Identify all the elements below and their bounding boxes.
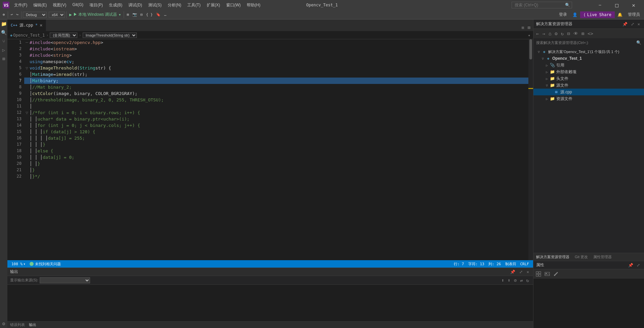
sol-tab-git[interactable]: Git 更改 xyxy=(572,253,591,261)
output-content[interactable] xyxy=(7,285,533,321)
search-sol-icon[interactable]: 🔍 xyxy=(636,40,641,45)
split-editor-button[interactable]: ⊞ xyxy=(526,24,532,31)
tree-header-files[interactable]: ▷ 📁 头文件 xyxy=(533,75,644,82)
redo-button[interactable]: ↪ xyxy=(15,12,20,17)
status-col-char[interactable]: 字符: 13 xyxy=(467,260,486,268)
output-source-dropdown[interactable] xyxy=(40,277,90,283)
status-row[interactable]: 行: 7 xyxy=(452,260,466,268)
prop-float-button[interactable]: ⤢ xyxy=(635,262,641,268)
source-expand[interactable]: ▽ xyxy=(545,84,549,87)
fold-1[interactable]: ─ xyxy=(26,39,30,46)
code-content[interactable]: ─ #include<opencv2/opencv.hpp> #include<… xyxy=(24,39,528,260)
sol-float-button[interactable]: ⤢ xyxy=(630,21,636,27)
fold-5[interactable]: ▽ xyxy=(26,65,30,71)
sol-close-button[interactable]: ✕ xyxy=(636,21,641,27)
sol-tab-explorer[interactable]: 解决方案资源管理器 xyxy=(533,253,572,261)
solution-expand[interactable]: ▽ xyxy=(537,50,541,54)
explorer-icon[interactable]: 📁 xyxy=(1,21,7,27)
tree-source-files[interactable]: ▽ 📁 源文件 xyxy=(533,82,644,89)
menu-edit[interactable]: 编辑(E) xyxy=(31,2,49,9)
bookmark-button[interactable]: ⊞ xyxy=(125,12,130,17)
git-icon[interactable]: ⑂ xyxy=(1,38,7,44)
project-expand[interactable]: ▽ xyxy=(541,57,545,60)
breadcrumb-scope-dropdown[interactable]: (全局范围) xyxy=(50,33,77,38)
new-project-button[interactable]: ⊕ xyxy=(1,12,6,17)
debug-config-dropdown[interactable]: Debug Release xyxy=(23,12,47,18)
search-activity-icon[interactable]: 🔍 xyxy=(1,30,7,36)
prop-pin-button[interactable]: 📌 xyxy=(627,262,635,268)
output-wrap-button[interactable]: ⇌ xyxy=(519,277,524,284)
maximize-button[interactable]: □ xyxy=(609,0,625,10)
header-expand[interactable]: ▷ xyxy=(545,77,549,81)
prop-wrench-button[interactable] xyxy=(552,270,560,278)
code-button[interactable]: { } xyxy=(145,12,154,17)
menu-file[interactable]: 文件(F) xyxy=(11,2,30,9)
bookmark2-button[interactable]: 🔖 xyxy=(155,12,162,17)
undo-button[interactable]: ↩ xyxy=(9,12,14,17)
menu-debug[interactable]: 调试(D) xyxy=(126,2,145,9)
menu-git[interactable]: Git(G) xyxy=(70,2,86,9)
run-dropdown-icon[interactable]: ▾ xyxy=(118,12,121,17)
sol-back-button[interactable]: ← xyxy=(535,30,540,37)
sol-pin-button[interactable]: 📌 xyxy=(621,21,629,27)
settings-activity-icon[interactable]: ⚙ xyxy=(1,321,7,327)
tree-solution-root[interactable]: ▽ ◈ 解决方案'Opencv_Test_1'(1 个项目/共 1 个) xyxy=(533,48,644,55)
status-no-issue[interactable]: 未找到相关问题 xyxy=(30,262,61,267)
tab-source-cpp[interactable]: C++ 源.cpp * × xyxy=(7,19,46,31)
platform-dropdown[interactable]: x64 x86 xyxy=(49,12,65,18)
login-button[interactable]: 登录 xyxy=(556,11,570,18)
breadcrumb-expand-icon[interactable]: ✦ xyxy=(528,33,530,38)
menu-help[interactable]: 帮助(H) xyxy=(244,2,263,9)
sol-collapse-button[interactable]: ⊟ xyxy=(566,30,571,37)
title-search-input[interactable] xyxy=(512,2,572,8)
fold-12[interactable]: ▽ xyxy=(26,109,30,116)
output-down-button[interactable]: ⬇ xyxy=(506,277,512,284)
extensions-icon[interactable]: ⊞ xyxy=(1,56,7,62)
output-float-button[interactable]: ⤢ xyxy=(518,269,524,275)
sol-tab-properties-mgr[interactable]: 属性管理器 xyxy=(591,253,614,261)
output-up-button[interactable]: ⬆ xyxy=(500,277,506,284)
bell-icon[interactable]: 🔔 xyxy=(617,12,622,17)
sol-refresh-button[interactable]: ↻ xyxy=(560,30,565,37)
camera-button[interactable]: 📷 xyxy=(131,12,138,17)
sol-settings-button[interactable]: ⚙ xyxy=(553,30,559,37)
output-clear-button[interactable]: ⊘ xyxy=(513,277,518,284)
breadcrumb-project[interactable]: ◈ Opencv_Test_1 xyxy=(10,33,45,38)
debug-activity-icon[interactable]: ▷ xyxy=(1,47,7,53)
minimize-button[interactable]: － xyxy=(592,0,608,10)
filter-button[interactable]: ⊟ xyxy=(139,12,144,17)
output-pin-button[interactable]: 📌 xyxy=(509,269,517,275)
resource-expand[interactable]: ▷ xyxy=(545,97,549,101)
menu-extensions[interactable]: 扩展(X) xyxy=(204,2,223,9)
menu-view[interactable]: 视图(V) xyxy=(50,2,69,9)
tree-references[interactable]: ▷ 📎 引用 xyxy=(533,62,644,68)
more-button[interactable]: … xyxy=(163,12,168,17)
output-close-button[interactable]: ✕ xyxy=(525,269,530,275)
manage-button[interactable]: 管理员 xyxy=(625,11,643,18)
ref-expand[interactable]: ▷ xyxy=(545,63,549,67)
prop-image-button[interactable] xyxy=(544,270,551,278)
live-share-button[interactable]: ⟨ Live Share xyxy=(580,11,615,18)
sol-code-button[interactable]: <> xyxy=(586,30,595,37)
menu-tools[interactable]: 工具(T) xyxy=(185,2,203,9)
tree-ext-deps[interactable]: ▷ 📁 外部依赖项 xyxy=(533,68,644,75)
bottom-tab-output[interactable]: 输出 xyxy=(29,322,36,327)
tree-project[interactable]: ▽ ◈ Opencv_Test_1 xyxy=(533,55,644,62)
scroll-gutter[interactable] xyxy=(528,39,533,260)
status-col[interactable]: 列: 26 xyxy=(487,260,502,268)
scroll-thumb[interactable] xyxy=(529,39,532,59)
tree-source-cpp[interactable]: ⊞ 源.cpp xyxy=(533,89,644,95)
prop-grid-button[interactable] xyxy=(535,270,542,278)
status-encoding[interactable]: CRLF xyxy=(519,260,531,268)
status-indent[interactable]: 制表符 xyxy=(504,260,518,268)
menu-analyze[interactable]: 分析(N) xyxy=(165,2,184,9)
tab-list-button[interactable]: ≡ xyxy=(520,24,525,31)
menu-test[interactable]: 测试(S) xyxy=(146,2,164,9)
menu-build[interactable]: 生成(B) xyxy=(106,2,125,9)
sol-forward-button[interactable]: → xyxy=(541,30,546,37)
sol-home-button[interactable]: ⌂ xyxy=(547,30,553,37)
sol-filter-button[interactable]: ⊞ xyxy=(580,30,586,37)
sol-show-button[interactable]: 👁 xyxy=(572,30,579,37)
ext-expand[interactable]: ▷ xyxy=(545,70,549,74)
breadcrumb-method-dropdown[interactable]: ImageThreshold(String str) xyxy=(83,33,137,38)
